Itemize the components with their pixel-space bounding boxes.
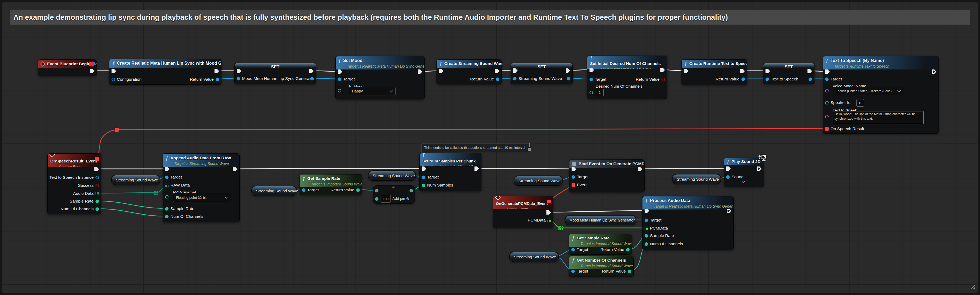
node-get-sample-rate-2[interactable]: ƒ Get Sample Rate Target is Imported Sou…: [569, 234, 632, 255]
exec-in-pin[interactable]: [165, 166, 170, 172]
target-pin[interactable]: Target: [590, 76, 606, 82]
num-channels-pin[interactable]: Num Of Channels: [165, 214, 203, 219]
return-value-pin[interactable]: Return Value: [716, 76, 745, 82]
node-set-text-to-speech-variable[interactable]: SET Text to Speech: [763, 63, 815, 84]
on-speech-result-pin[interactable]: On Speech Result: [825, 126, 864, 132]
tts-instance-pin[interactable]: Text to Speech Instance: [49, 174, 99, 180]
audio-data-pin[interactable]: Audio Data: [73, 190, 99, 197]
in-mood-dropdown[interactable]: Happy: [349, 87, 396, 95]
exec-in-pin[interactable]: [684, 68, 689, 74]
sound-pin[interactable]: Sound: [726, 174, 743, 180]
desired-num-channels-pin[interactable]: [590, 89, 593, 95]
node-create-runtime-text-to-speech[interactable]: ƒ Create Runtime Text to Speech Return V…: [681, 59, 747, 85]
exec-out-pin[interactable]: [474, 166, 479, 171]
node-set-mood-generator-variable[interactable]: SET Mood Meta Human Lip Sync Generator: [234, 63, 316, 84]
raw-format-pin[interactable]: [165, 194, 169, 200]
return-value-pin[interactable]: Return Value: [636, 76, 665, 82]
configuration-pin[interactable]: Configuration: [111, 76, 142, 82]
variable-pill-streaming-sound-wave[interactable]: Streaming Sound Wave: [111, 175, 160, 185]
exec-out-pin[interactable]: [90, 68, 94, 74]
node-event-begin-play[interactable]: Event Blueprint Begin Play: [38, 59, 97, 76]
exec-out-pin[interactable]: [727, 208, 731, 214]
variable-in-pin[interactable]: Streaming Sound Wave: [513, 76, 562, 81]
node-bind-event-to-on-generate-pcmdata[interactable]: Bind Event to On Generate PCMData Target…: [569, 159, 644, 192]
pin-comment-bubble[interactable]: This needs to be called so that audio is…: [421, 143, 531, 152]
voice-model-dropdown[interactable]: English (United States) - Kokoro (Bella): [833, 87, 903, 95]
pcmdata-pin[interactable]: PCMData: [644, 225, 668, 231]
num-channels-pin[interactable]: Num Of Channels: [644, 241, 683, 247]
variable-pill-streaming-sound-wave[interactable]: Streaming Sound Wave: [368, 170, 416, 181]
divisor-pin[interactable]: [375, 196, 379, 202]
variable-pill-streaming-sound-wave[interactable]: Streaming Sound Wave: [251, 186, 297, 196]
desired-num-channels-input[interactable]: 1: [596, 89, 604, 96]
raw-data-pin[interactable]: RAW Data: [165, 182, 190, 188]
variable-pill-mood-lipsync-generator[interactable]: Mood Meta Human Lip Sync Generator: [565, 215, 636, 225]
node-set-mood[interactable]: ƒ Set Mood Target is Realistic Meta Huma…: [336, 56, 425, 99]
variable-out-pin[interactable]: [808, 76, 812, 82]
dividend-pin[interactable]: [375, 187, 379, 193]
exec-in-pin[interactable]: [571, 166, 576, 172]
graph-canvas[interactable]: An example demonstrating lip sync during…: [2, 2, 978, 293]
exec-out-pin[interactable]: [94, 166, 99, 172]
node-get-sample-rate[interactable]: ƒ Get Sample Rate Target is Imported Sou…: [299, 174, 362, 195]
sample-rate-pin[interactable]: Sample Rate: [165, 206, 194, 212]
sample-rate-pin[interactable]: Sample Rate: [644, 233, 674, 239]
node-process-audio-data[interactable]: ƒ Process Audio Data Target is Realistic…: [642, 196, 733, 250]
target-pin[interactable]: Target: [571, 247, 588, 252]
result-pin[interactable]: [409, 187, 413, 193]
voice-model-name-pin[interactable]: [825, 88, 829, 94]
exec-in-pin[interactable]: [111, 68, 116, 74]
variable-pill-streaming-sound-wave[interactable]: Streaming Sound Wave: [672, 174, 721, 184]
return-value-pin[interactable]: Return Value: [331, 187, 360, 193]
resize-grip-icon[interactable]: [970, 284, 975, 290]
target-pin[interactable]: Target: [165, 174, 182, 180]
num-samples-pin[interactable]: Num Samples: [422, 182, 453, 188]
variable-pill-streaming-sound-wave[interactable]: Streaming Sound Wave: [514, 176, 563, 186]
exec-in-pin[interactable]: [644, 208, 649, 214]
pcmdata-pin[interactable]: PCMData: [528, 217, 551, 223]
exec-out-pin[interactable]: [546, 209, 551, 216]
exec-in-pin[interactable]: [513, 68, 517, 73]
sample-rate-pin[interactable]: Sample Rate: [70, 198, 99, 204]
speaker-id-input[interactable]: 0: [856, 99, 864, 106]
exec-out-pin[interactable]: [233, 166, 237, 172]
node-append-audio-data-from-raw[interactable]: ƒ Append Audio Data From RAW Target is S…: [162, 153, 240, 222]
exec-in-pin[interactable]: [765, 68, 770, 74]
num-channels-pin[interactable]: Num Of Channels: [61, 206, 99, 212]
variable-out-pin[interactable]: [310, 76, 314, 81]
divisor-input[interactable]: 100: [380, 195, 391, 203]
node-on-speech-result-event[interactable]: OnSpeechResult_Event Custom Event Text t…: [47, 153, 101, 214]
target-pin[interactable]: Target: [571, 268, 588, 274]
success-pin[interactable]: Success: [78, 182, 99, 189]
node-play-sound-2d[interactable]: ƒ Play Sound 2D Sound: [724, 158, 764, 187]
delegate-pin[interactable]: [95, 157, 99, 161]
exec-out-pin[interactable]: [566, 68, 570, 73]
exec-out-pin[interactable]: [418, 69, 422, 75]
node-set-initial-desired-num-channels[interactable]: ƒ Set Initial Desired Num Of Channels Ta…: [587, 56, 667, 99]
node-on-generate-pcmdata-event[interactable]: OnGeneratePCMData_Event Custom Event PCM…: [493, 196, 554, 228]
target-pin[interactable]: Target: [422, 174, 439, 180]
return-value-pin[interactable]: Return Value: [600, 247, 630, 252]
delegate-pin[interactable]: [547, 200, 551, 203]
text-to-speak-input[interactable]: Hello, world! The lips of the MetaHuman …: [833, 111, 924, 124]
variable-in-pin[interactable]: Mood Meta Human Lip Sync Generator: [237, 76, 314, 81]
target-pin[interactable]: Target: [571, 174, 589, 180]
target-pin[interactable]: Target: [302, 187, 319, 193]
node-set-streaming-sound-wave-variable[interactable]: SET Streaming Sound Wave: [511, 63, 573, 84]
comment-pin-icons[interactable]: [528, 143, 531, 151]
raw-format-dropdown[interactable]: Floating point 32-bit: [173, 193, 230, 202]
add-pin-button[interactable]: Add pin ⊕: [392, 197, 409, 201]
exec-in-pin[interactable]: [439, 68, 444, 74]
return-value-pin[interactable]: Return Value: [190, 76, 219, 82]
variable-pill-streaming-sound-wave[interactable]: Streaming Sound Wave: [509, 252, 559, 262]
in-mood-pin[interactable]: [338, 88, 341, 94]
exec-out-pin[interactable]: [757, 166, 762, 171]
graph-comment-banner[interactable]: An example demonstrating lip sync during…: [10, 10, 970, 25]
speaker-id-pin[interactable]: Speaker Id: [825, 100, 851, 106]
target-pin[interactable]: Target: [338, 76, 355, 82]
exec-out-pin[interactable]: [660, 67, 665, 73]
exec-in-pin[interactable]: [825, 69, 830, 75]
exec-out-pin[interactable]: [215, 68, 219, 74]
node-set-num-samples-per-chunk[interactable]: ƒ Set Num Samples Per Chunk Target is Im…: [419, 153, 482, 191]
exec-out-pin[interactable]: [638, 166, 642, 172]
